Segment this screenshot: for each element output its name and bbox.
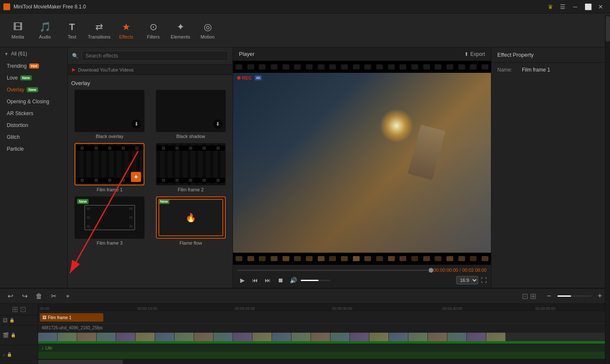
effect-property-title: Effect Property xyxy=(497,52,534,58)
all-section-header[interactable]: ▼ All (61) xyxy=(0,47,67,60)
effect-clip-icon: 🖼 xyxy=(42,315,46,320)
progress-bar[interactable] xyxy=(237,270,431,271)
opening-label: Opening & Closing xyxy=(7,99,49,105)
toolbar-motion[interactable]: ◎ Motion xyxy=(194,16,221,45)
filmstrip-hole xyxy=(435,64,441,69)
progress-bar-wrap: 00:00:00:00 / 00:02:08:00 xyxy=(237,267,487,273)
toolbar-elements[interactable]: ✦ Elements xyxy=(167,16,194,45)
sidebar-item-particle[interactable]: Particle xyxy=(0,143,67,155)
add-audio-btn[interactable]: ⊡ xyxy=(20,305,26,314)
play-button[interactable]: ▶ xyxy=(237,275,247,285)
effect-card-black-overlay[interactable]: ⬇ Black overlay xyxy=(71,90,148,139)
filmstrip-hole-bottom xyxy=(318,256,324,261)
filmstrip-hole xyxy=(482,64,488,69)
timeline-hscrollbar-thumb[interactable] xyxy=(38,360,123,364)
redo-button[interactable]: ↪ xyxy=(19,290,30,302)
delete-button[interactable]: 🗑 xyxy=(33,290,45,302)
effect-label-film-frame-2: Film frame 2 xyxy=(178,187,204,192)
add-film-frame-1-btn[interactable]: + xyxy=(131,172,141,182)
add-media-row: ⊞ ⊡ xyxy=(0,304,38,315)
filmstrip-hole-bottom xyxy=(236,256,242,261)
sidebar-item-overlay[interactable]: Overlay New xyxy=(0,84,67,96)
fx-lock-icon[interactable]: 🔒 xyxy=(9,318,14,323)
toolbar-effects[interactable]: ★ Effects xyxy=(113,16,140,45)
add-button[interactable]: + xyxy=(62,290,74,302)
trending-label: Trending xyxy=(7,63,27,69)
ruler-mark-20: 00:00:20:00 xyxy=(235,306,255,311)
love-label: Love xyxy=(7,75,18,81)
menu-button[interactable]: ☰ xyxy=(557,3,568,11)
download-black-overlay-btn[interactable]: ⬇ xyxy=(132,119,141,129)
maximize-button[interactable]: ⬜ xyxy=(582,3,594,11)
video-lock-icon[interactable]: 🔒 xyxy=(11,333,16,337)
timeline-scrollbar-thumb[interactable] xyxy=(606,16,610,41)
minimize-button[interactable]: ─ xyxy=(569,3,581,11)
export-button[interactable]: ⬆ Export xyxy=(464,51,485,57)
volume-button[interactable]: 🔊 xyxy=(288,275,298,285)
prev-button[interactable]: ⏮ xyxy=(250,275,260,285)
magnet-icon[interactable]: ⊞ xyxy=(530,292,536,301)
close-button[interactable]: ✕ xyxy=(595,3,607,11)
download-black-shadow-btn[interactable]: ⬇ xyxy=(213,119,222,129)
effect-card-black-shadow[interactable]: ⬇ Black shadow xyxy=(152,90,230,139)
effect-card-film-frame-1[interactable]: New xyxy=(71,143,148,192)
toolbar-filters[interactable]: ⊙ Filters xyxy=(140,16,167,45)
left-panel: ▼ All (61) Trending Hot Love New Overlay… xyxy=(0,47,68,288)
effect-card-film-frame-2[interactable]: New xyxy=(152,143,230,192)
zoom-slider[interactable] xyxy=(557,295,591,297)
effect-card-film-frame-3[interactable]: New xyxy=(71,196,148,245)
zoom-out-button[interactable]: − xyxy=(543,290,555,302)
player-video: REC 4K xyxy=(233,61,491,265)
sidebar-item-distortion[interactable]: Distortion xyxy=(0,119,67,131)
aspect-ratio-select[interactable]: 16:9 xyxy=(456,276,478,284)
toolbar-transitions[interactable]: ⇄ Transitions xyxy=(86,16,113,45)
toolbar-audio[interactable]: 🎵 Audio xyxy=(31,16,58,45)
next-button[interactable]: ⏭ xyxy=(263,275,273,285)
fullscreen-button[interactable]: ⛶ xyxy=(481,277,487,284)
filmstrip-hole xyxy=(376,64,383,69)
undo-button[interactable]: ↩ xyxy=(4,290,16,302)
toolbar-media[interactable]: 🎞 Media xyxy=(4,16,31,45)
audio-lock-icon[interactable]: 🔒 xyxy=(7,352,12,357)
sidebar-item-opening[interactable]: Opening & Closing xyxy=(0,96,67,108)
zoom-in-button[interactable]: + xyxy=(594,290,606,302)
audio-icon: 🎵 xyxy=(39,22,51,33)
split-icon[interactable]: ⊡ xyxy=(522,292,528,301)
distortion-label: Distortion xyxy=(7,122,28,128)
filmstrip-hole-bottom xyxy=(470,256,477,261)
sidebar-item-trending[interactable]: Trending Hot xyxy=(0,60,67,72)
filmstrip-hole xyxy=(388,64,395,69)
download-bar[interactable]: ▶ Download YouTube Videos xyxy=(68,65,233,75)
media-icon: 🎞 xyxy=(13,22,22,33)
audio-label: Audio xyxy=(39,34,51,39)
window-controls: ☰ ─ ⬜ ✕ xyxy=(557,3,607,11)
effect-thumb-film-frame-3: New xyxy=(75,196,144,239)
effect-clip-film-frame-1[interactable]: 🖼 Film frame 1 xyxy=(40,313,103,322)
cut-button[interactable]: ✂ xyxy=(47,290,59,302)
stop-button[interactable]: ⏹ xyxy=(275,275,286,285)
filmstrip-hole xyxy=(259,64,266,69)
time-display: 00:00:00:00 / 00:02:08:00 xyxy=(434,267,487,273)
transitions-label: Transitions xyxy=(88,34,110,39)
filters-label: Filters xyxy=(147,34,160,39)
toolbar: 🎞 Media 🎵 Audio T Text ⇄ Transitions ★ E… xyxy=(0,14,610,47)
audio-label: ♪ Life xyxy=(42,346,52,350)
fx-track-row: 🖼 Film frame 1 xyxy=(38,312,610,323)
sidebar-item-glitch[interactable]: Glitch xyxy=(0,131,67,143)
rec-badge: REC 4K xyxy=(237,75,262,80)
elements-icon: ✦ xyxy=(177,22,184,33)
filmstrip-hole-bottom xyxy=(353,256,360,261)
text-label: Text xyxy=(68,34,76,39)
sidebar-item-love[interactable]: Love New xyxy=(0,72,67,84)
effect-card-flame-flow[interactable]: New 🔥 Flame flow xyxy=(152,196,230,245)
sidebar-item-ar[interactable]: AR Stickers xyxy=(0,108,67,119)
fx-track-label: 🖼 🔒 xyxy=(0,315,38,325)
toolbar-text[interactable]: T Text xyxy=(58,16,86,45)
filmstrip-hole-bottom xyxy=(364,256,371,261)
search-input[interactable] xyxy=(82,51,228,61)
filmstrip-hole-bottom xyxy=(482,256,488,261)
add-video-btn[interactable]: ⊞ xyxy=(12,305,18,314)
progress-dot xyxy=(429,268,433,273)
audio-icon: ♪ xyxy=(3,352,5,358)
volume-slider[interactable] xyxy=(301,280,330,281)
